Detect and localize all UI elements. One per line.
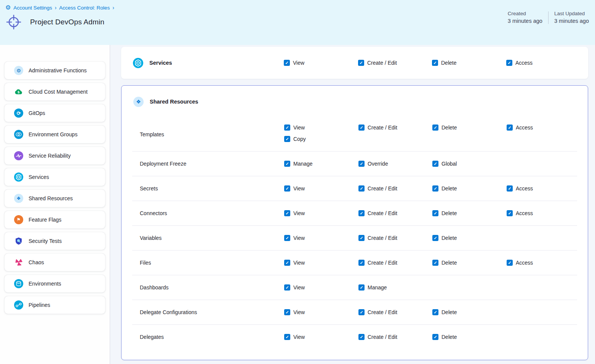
sidebar-item-environments[interactable]: Environments <box>5 275 105 292</box>
checkbox-checked-icon[interactable] <box>358 185 365 192</box>
variables-view-checkbox[interactable]: View <box>284 235 358 241</box>
checkbox-checked-icon[interactable] <box>284 125 290 131</box>
checkbox-checked-icon[interactable] <box>284 136 290 142</box>
row-label: Connectors <box>140 210 284 216</box>
checkbox-checked-icon[interactable] <box>284 235 290 241</box>
checkbox-checked-icon[interactable] <box>507 185 513 192</box>
checkbox-checked-icon[interactable] <box>432 334 438 340</box>
checkbox-checked-icon[interactable] <box>432 60 438 66</box>
services-delete-checkbox[interactable]: Delete <box>432 60 506 66</box>
checkbox-checked-icon[interactable] <box>284 60 290 66</box>
checkbox-checked-icon[interactable] <box>358 284 365 291</box>
connectors-access-checkbox[interactable]: Access <box>507 210 577 216</box>
sidebar-item-feature-flags[interactable]: ⚑ Feature Flags <box>5 211 105 228</box>
deployment-freeze-manage-checkbox[interactable]: Manage <box>284 161 358 167</box>
sidebar-item-pipelines[interactable]: Pipelines <box>5 296 105 314</box>
permission-label: View <box>293 210 305 216</box>
checkbox-checked-icon[interactable] <box>284 284 290 291</box>
sidebar-item-security-tests[interactable]: Security Tests <box>5 232 105 250</box>
checkbox-checked-icon[interactable] <box>284 185 290 192</box>
flag-icon: ⚑ <box>14 215 23 224</box>
services-hexagon-icon <box>133 58 143 68</box>
variables-create-edit-checkbox[interactable]: Create / Edit <box>358 235 432 241</box>
permission-label: Create / Edit <box>368 235 397 241</box>
checkbox-checked-icon[interactable] <box>284 210 290 216</box>
checkbox-checked-icon[interactable] <box>358 260 365 266</box>
checkbox-checked-icon[interactable] <box>284 260 290 266</box>
meta-divider <box>548 11 549 24</box>
checkbox-checked-icon[interactable] <box>358 161 365 167</box>
secrets-delete-checkbox[interactable]: Delete <box>432 185 507 192</box>
files-delete-checkbox[interactable]: Delete <box>432 260 507 266</box>
checkbox-checked-icon[interactable] <box>432 210 438 216</box>
services-section-title: Services <box>149 60 172 66</box>
checkbox-checked-icon[interactable] <box>507 210 513 216</box>
settings-gear-icon: ⚙ <box>5 5 11 11</box>
permission-label: Delete <box>441 210 457 216</box>
delegate-configurations-view-checkbox[interactable]: View <box>284 309 358 315</box>
secrets-view-checkbox[interactable]: View <box>284 185 358 192</box>
checkbox-checked-icon[interactable] <box>358 125 365 131</box>
checkbox-checked-icon[interactable] <box>284 334 290 340</box>
permission-label: Delete <box>441 260 457 266</box>
files-access-checkbox[interactable]: Access <box>507 260 577 266</box>
checkbox-checked-icon[interactable] <box>358 334 365 340</box>
secrets-create-edit-checkbox[interactable]: Create / Edit <box>358 185 432 192</box>
checkbox-checked-icon[interactable] <box>432 125 438 131</box>
connectors-delete-checkbox[interactable]: Delete <box>432 210 507 216</box>
checkbox-checked-icon[interactable] <box>432 260 438 266</box>
deployment-freeze-override-checkbox[interactable]: Override <box>358 161 432 167</box>
services-access-checkbox[interactable]: Access <box>506 60 588 66</box>
services-create-edit-checkbox[interactable]: Create / Edit <box>358 60 432 66</box>
breadcrumb-account-settings[interactable]: Account Settings <box>13 5 52 11</box>
dashboards-manage-checkbox[interactable]: Manage <box>358 284 432 291</box>
delegates-create-edit-checkbox[interactable]: Create / Edit <box>358 334 432 340</box>
checkbox-checked-icon[interactable] <box>432 309 438 315</box>
shared-resources-section-header: ❖ Shared Resources <box>122 86 588 118</box>
sidebar-item-cloud-cost-management[interactable]: $ Cloud Cost Management <box>5 83 105 101</box>
permission-label: Delete <box>441 334 457 340</box>
cloud-dollar-icon: $ <box>14 87 23 96</box>
templates-access-checkbox[interactable]: Access <box>507 125 577 131</box>
checkbox-checked-icon[interactable] <box>432 235 438 241</box>
templates-copy-checkbox[interactable]: Copy <box>284 136 358 142</box>
breadcrumb-access-control-roles[interactable]: Access Control: Roles <box>59 5 110 11</box>
files-create-edit-checkbox[interactable]: Create / Edit <box>358 260 432 266</box>
permission-label: Delete <box>441 125 457 131</box>
templates-create-edit-checkbox[interactable]: Create / Edit <box>358 125 432 131</box>
connectors-view-checkbox[interactable]: View <box>284 210 358 216</box>
variables-delete-checkbox[interactable]: Delete <box>432 235 507 241</box>
checkbox-checked-icon[interactable] <box>506 60 512 66</box>
delegate-configurations-delete-checkbox[interactable]: Delete <box>432 309 507 315</box>
checkbox-checked-icon[interactable] <box>358 60 364 66</box>
templates-view-checkbox[interactable]: View <box>284 125 358 131</box>
services-view-checkbox[interactable]: View <box>284 60 358 66</box>
checkbox-checked-icon[interactable] <box>432 185 438 192</box>
deployment-freeze-global-checkbox[interactable]: Global <box>432 161 507 167</box>
checkbox-checked-icon[interactable] <box>284 309 290 315</box>
connectors-create-edit-checkbox[interactable]: Create / Edit <box>358 210 432 216</box>
checkbox-checked-icon[interactable] <box>507 125 513 131</box>
files-view-checkbox[interactable]: View <box>284 260 358 266</box>
checkbox-checked-icon[interactable] <box>358 210 365 216</box>
delegates-delete-checkbox[interactable]: Delete <box>432 334 507 340</box>
sidebar-item-services[interactable]: Services <box>5 168 105 186</box>
service-reliability-icon <box>14 151 23 160</box>
sidebar-item-chaos[interactable]: Chaos <box>5 254 105 271</box>
checkbox-checked-icon[interactable] <box>358 309 365 315</box>
sidebar-item-label: Pipelines <box>29 302 50 308</box>
checkbox-checked-icon[interactable] <box>284 161 290 167</box>
sidebar-item-administrative-functions[interactable]: ⚙ Administrative Functions <box>5 62 105 79</box>
sidebar-item-gitops[interactable]: ⟳ GitOps <box>5 104 105 122</box>
checkbox-checked-icon[interactable] <box>507 260 513 266</box>
delegates-view-checkbox[interactable]: View <box>284 334 358 340</box>
sidebar-item-environment-groups[interactable]: Environment Groups <box>5 126 105 143</box>
checkbox-checked-icon[interactable] <box>432 161 438 167</box>
secrets-access-checkbox[interactable]: Access <box>507 185 577 192</box>
templates-delete-checkbox[interactable]: Delete <box>432 125 507 131</box>
delegate-configurations-create-edit-checkbox[interactable]: Create / Edit <box>358 309 432 315</box>
checkbox-checked-icon[interactable] <box>358 235 365 241</box>
sidebar-item-shared-resources[interactable]: ❖ Shared Resources <box>5 190 105 207</box>
dashboards-view-checkbox[interactable]: View <box>284 284 358 291</box>
sidebar-item-service-reliability[interactable]: Service Reliability <box>5 147 105 164</box>
